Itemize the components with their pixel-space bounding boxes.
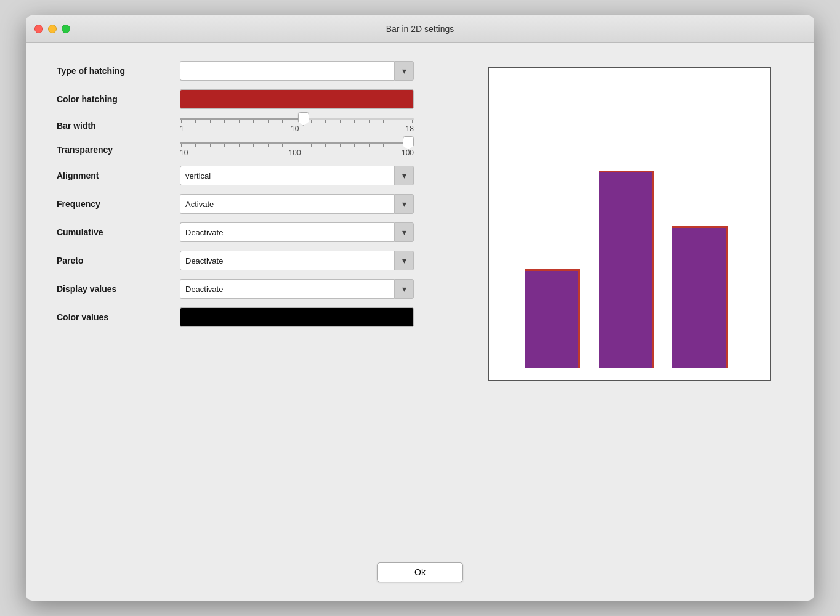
tick bbox=[369, 144, 370, 147]
tick bbox=[181, 144, 182, 147]
tick bbox=[297, 120, 297, 123]
bar-width-row: Bar width bbox=[57, 118, 463, 133]
cumulative-dropdown-btn[interactable] bbox=[394, 222, 414, 242]
tick bbox=[181, 120, 182, 123]
bar-width-slider-container: 1 10 18 bbox=[180, 118, 414, 133]
titlebar: Bar in 2D settings bbox=[26, 15, 814, 43]
alignment-dropdown-btn[interactable] bbox=[394, 166, 414, 185]
tick bbox=[195, 120, 196, 123]
cumulative-dropdown-wrapper: Deactivate bbox=[180, 222, 414, 242]
display-values-row: Display values Deactivate bbox=[57, 279, 463, 299]
tick bbox=[253, 120, 254, 123]
bar-width-labels: 1 10 18 bbox=[180, 124, 414, 133]
frequency-dropdown-wrapper: Activate bbox=[180, 194, 414, 214]
cumulative-label: Cumulative bbox=[57, 227, 180, 237]
bar-width-label: Bar width bbox=[57, 121, 180, 131]
type-of-hatching-label: Type of hatching bbox=[57, 66, 180, 76]
tick bbox=[354, 120, 355, 123]
tick bbox=[268, 120, 269, 123]
frequency-dropdown-btn[interactable] bbox=[394, 194, 414, 214]
type-of-hatching-field[interactable] bbox=[180, 61, 394, 81]
tick bbox=[383, 120, 384, 123]
window-title: Bar in 2D settings bbox=[386, 24, 454, 34]
pareto-row: Pareto Deactivate bbox=[57, 251, 463, 270]
tick bbox=[224, 120, 225, 123]
pareto-field[interactable]: Deactivate bbox=[180, 251, 394, 270]
tick bbox=[325, 144, 326, 147]
tick bbox=[282, 144, 283, 147]
tick bbox=[398, 144, 398, 147]
alignment-field[interactable]: vertical bbox=[180, 166, 394, 185]
display-values-label: Display values bbox=[57, 284, 180, 294]
tick bbox=[195, 144, 196, 147]
content-area: Type of hatching Color hatching Bar w bbox=[26, 43, 814, 601]
display-values-field[interactable]: Deactivate bbox=[180, 279, 394, 299]
maximize-button[interactable] bbox=[62, 25, 70, 33]
tick bbox=[325, 120, 326, 123]
tick bbox=[224, 144, 225, 147]
tick bbox=[354, 144, 355, 147]
color-hatching-label: Color hatching bbox=[57, 94, 180, 104]
titlebar-buttons bbox=[34, 25, 70, 33]
transparency-labels: 10 100 100 bbox=[180, 148, 414, 157]
ok-button[interactable]: Ok bbox=[377, 562, 463, 582]
type-of-hatching-row: Type of hatching bbox=[57, 61, 463, 81]
tick bbox=[398, 120, 398, 123]
transparency-row: Transparency bbox=[57, 142, 463, 157]
frequency-field[interactable]: Activate bbox=[180, 194, 394, 214]
display-values-dropdown-btn[interactable] bbox=[394, 279, 414, 299]
transparency-slider-container: 10 100 100 bbox=[180, 142, 414, 157]
color-hatching-row: Color hatching bbox=[57, 89, 463, 109]
tick bbox=[340, 120, 341, 123]
type-of-hatching-dropdown-wrapper bbox=[180, 61, 414, 81]
display-values-dropdown-wrapper: Deactivate bbox=[180, 279, 414, 299]
chart-bar-2 bbox=[599, 171, 654, 368]
tick bbox=[311, 120, 312, 123]
tick bbox=[297, 144, 297, 147]
chart-preview bbox=[488, 67, 771, 381]
minimize-button[interactable] bbox=[48, 25, 57, 33]
left-panel: Type of hatching Color hatching Bar w bbox=[57, 61, 463, 550]
tick bbox=[268, 144, 269, 147]
tick bbox=[210, 144, 211, 147]
tick bbox=[383, 144, 384, 147]
tick bbox=[210, 120, 211, 123]
bar-width-ticks bbox=[180, 120, 414, 123]
tick bbox=[282, 120, 283, 123]
color-values-swatch[interactable] bbox=[180, 307, 414, 327]
pareto-dropdown-wrapper: Deactivate bbox=[180, 251, 414, 270]
pareto-dropdown-btn[interactable] bbox=[394, 251, 414, 270]
tick bbox=[311, 144, 312, 147]
tick bbox=[239, 120, 240, 123]
alignment-label: Alignment bbox=[57, 171, 180, 180]
bottom-area: Ok bbox=[57, 550, 783, 588]
main-area: Type of hatching Color hatching Bar w bbox=[57, 61, 783, 550]
tick bbox=[369, 120, 370, 123]
transparency-label: Transparency bbox=[57, 145, 180, 155]
frequency-row: Frequency Activate bbox=[57, 194, 463, 214]
alignment-dropdown-wrapper: vertical bbox=[180, 166, 414, 185]
tick bbox=[253, 144, 254, 147]
color-values-label: Color values bbox=[57, 312, 180, 322]
cumulative-field[interactable]: Deactivate bbox=[180, 222, 394, 242]
color-hatching-swatch[interactable] bbox=[180, 89, 414, 109]
alignment-row: Alignment vertical bbox=[57, 166, 463, 185]
pareto-label: Pareto bbox=[57, 256, 180, 265]
main-window: Bar in 2D settings Type of hatching bbox=[26, 15, 814, 601]
color-values-row: Color values bbox=[57, 307, 463, 327]
transparency-ticks bbox=[180, 144, 414, 147]
type-of-hatching-dropdown-btn[interactable] bbox=[394, 61, 414, 81]
chart-bar-3 bbox=[672, 226, 728, 368]
cumulative-row: Cumulative Deactivate bbox=[57, 222, 463, 242]
tick bbox=[412, 120, 413, 123]
right-panel bbox=[488, 61, 783, 550]
tick bbox=[340, 144, 341, 147]
chart-bar-1 bbox=[525, 269, 580, 368]
frequency-label: Frequency bbox=[57, 199, 180, 209]
tick bbox=[239, 144, 240, 147]
close-button[interactable] bbox=[34, 25, 43, 33]
